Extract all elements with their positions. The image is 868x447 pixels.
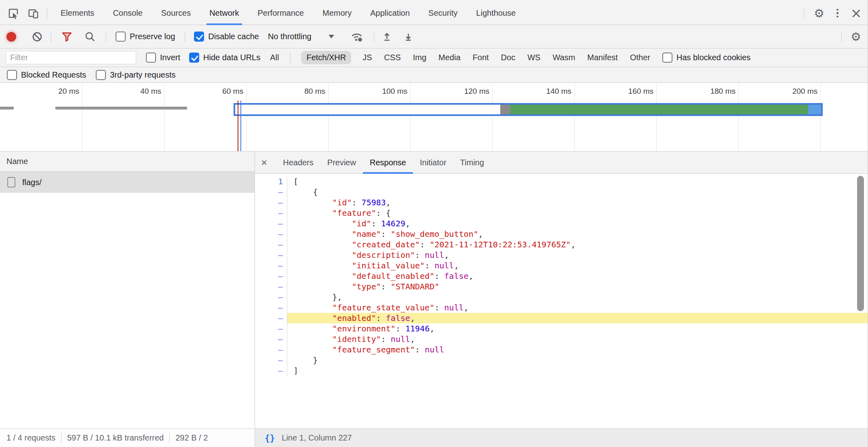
request-row-flags[interactable]: flags/ xyxy=(0,172,255,193)
detail-tab-response[interactable]: Response xyxy=(363,152,413,174)
line-number: – xyxy=(255,260,287,271)
detail-tab-initiator[interactable]: Initiator xyxy=(413,152,453,174)
checkbox-checked[interactable] xyxy=(194,32,204,42)
type-filter-ws[interactable]: WS xyxy=(527,51,541,64)
inspect-element-icon[interactable] xyxy=(6,6,20,20)
line-number: – xyxy=(255,292,287,302)
tick-label: 140 ms xyxy=(527,87,571,96)
line-number: – xyxy=(255,313,287,323)
type-filter-img[interactable]: Img xyxy=(412,51,427,64)
more-options-icon[interactable] xyxy=(834,6,841,20)
extra-filter-bar: Blocked Requests 3rd-party requests xyxy=(0,67,868,83)
chevron-down-icon xyxy=(329,35,334,38)
type-filter-doc[interactable]: Doc xyxy=(500,51,516,64)
response-lines: 1[– {– "id": 75983,– "feature": {– "id":… xyxy=(255,176,868,376)
filter-funnel-icon[interactable] xyxy=(61,31,73,42)
code-line: – "id": 75983, xyxy=(255,197,868,208)
type-filter-wasm[interactable]: Wasm xyxy=(552,51,576,64)
tab-sources[interactable]: Sources xyxy=(152,2,200,25)
detail-tab-headers[interactable]: Headers xyxy=(276,152,320,174)
line-number: – xyxy=(255,334,287,344)
code-line: – "description": null, xyxy=(255,250,868,260)
throttling-select[interactable]: No throttling xyxy=(268,32,334,41)
type-filter-css[interactable]: CSS xyxy=(383,51,402,64)
tab-security[interactable]: Security xyxy=(419,2,467,25)
close-detail-icon[interactable]: × xyxy=(261,157,267,168)
invert-checkbox[interactable]: Invert xyxy=(146,53,180,63)
tab-lighthouse[interactable]: Lighthouse xyxy=(467,2,525,25)
search-icon[interactable] xyxy=(84,31,96,42)
tab-performance[interactable]: Performance xyxy=(249,2,314,25)
checkbox-checked[interactable] xyxy=(189,53,199,63)
overview-request-bar xyxy=(0,107,14,110)
line-number: – xyxy=(255,208,287,218)
file-icon xyxy=(7,177,15,188)
tab-network[interactable]: Network xyxy=(200,2,248,25)
name-column-header[interactable]: Name xyxy=(0,152,255,172)
disable-cache-checkbox[interactable]: Disable cache xyxy=(194,32,259,42)
divider xyxy=(61,433,61,443)
export-har-icon[interactable] xyxy=(403,31,414,42)
request-detail-pane: × HeadersPreviewResponseInitiatorTiming … xyxy=(255,152,868,428)
tab-application[interactable]: Application xyxy=(361,2,419,25)
tick-label: 120 ms xyxy=(445,87,489,96)
tab-memory[interactable]: Memory xyxy=(313,2,361,25)
divider xyxy=(374,31,374,42)
load-event-marker xyxy=(238,101,238,151)
blocked-requests-checkbox[interactable]: Blocked Requests xyxy=(7,70,86,80)
checkbox-unchecked[interactable] xyxy=(116,32,126,42)
type-filter-other[interactable]: Other xyxy=(629,51,651,64)
code-line: –] xyxy=(255,365,868,376)
vertical-scrollbar[interactable] xyxy=(857,176,864,311)
overview-timeline[interactable]: 20 ms40 ms60 ms80 ms100 ms120 ms140 ms16… xyxy=(0,83,868,152)
clear-network-log-icon[interactable] xyxy=(32,31,43,42)
tick-label: 80 ms xyxy=(281,87,325,96)
settings-gear-icon[interactable]: ⚙ xyxy=(814,6,824,20)
pretty-print-icon[interactable]: {} xyxy=(265,433,275,443)
resource-type-list: AllFetch/XHRJSCSSImgMediaFontDocWSWasmMa… xyxy=(269,51,651,64)
type-filter-font[interactable]: Font xyxy=(472,51,490,64)
hide-data-urls-checkbox[interactable]: Hide data URLs xyxy=(189,53,260,63)
third-party-requests-label: 3rd-party requests xyxy=(110,70,175,80)
divider xyxy=(106,31,106,42)
type-filter-manifest[interactable]: Manifest xyxy=(586,51,619,64)
has-blocked-cookies-checkbox[interactable]: Has blocked cookies xyxy=(662,53,750,63)
network-settings-gear-icon[interactable]: ⚙ xyxy=(851,30,861,44)
type-filter-fetch-xhr[interactable]: Fetch/XHR xyxy=(301,51,351,64)
line-number: – xyxy=(255,323,287,334)
detail-tab-timing[interactable]: Timing xyxy=(453,152,491,174)
type-filter-js[interactable]: JS xyxy=(362,51,373,64)
divider xyxy=(169,433,170,443)
main-tab-list: ElementsConsoleSourcesNetworkPerformance… xyxy=(51,2,525,25)
type-filter-media[interactable]: Media xyxy=(438,51,461,64)
status-bar: 1 / 4 requests597 B / 10.1 kB transferre… xyxy=(0,428,868,447)
network-conditions-icon[interactable] xyxy=(350,30,364,43)
tab-elements[interactable]: Elements xyxy=(51,2,103,25)
close-devtools-icon[interactable]: × xyxy=(851,8,862,19)
filter-input[interactable] xyxy=(6,51,136,64)
checkbox-unchecked[interactable] xyxy=(7,70,17,80)
line-number: – xyxy=(255,271,287,281)
code-line: – "type": "STANDARD" xyxy=(255,281,868,292)
type-filter-all[interactable]: All xyxy=(269,51,280,64)
third-party-requests-checkbox[interactable]: 3rd-party requests xyxy=(96,70,175,80)
record-network-log-icon[interactable] xyxy=(6,32,16,42)
line-number: 1 xyxy=(255,176,287,187)
checkbox-unchecked[interactable] xyxy=(146,53,156,63)
divider xyxy=(841,31,842,42)
disable-cache-label: Disable cache xyxy=(208,32,259,41)
preserve-log-checkbox[interactable]: Preserve log xyxy=(116,32,175,42)
checkbox-unchecked[interactable] xyxy=(662,53,672,63)
filter-bar: Invert Hide data URLs AllFetch/XHRJSCSSI… xyxy=(0,48,868,67)
divider xyxy=(185,31,185,42)
gridline xyxy=(492,83,493,151)
code-line: – } xyxy=(255,355,868,365)
checkbox-unchecked[interactable] xyxy=(96,70,106,80)
detail-tab-preview[interactable]: Preview xyxy=(320,152,363,174)
divider xyxy=(47,8,47,19)
divider xyxy=(51,31,51,42)
device-toolbar-icon[interactable] xyxy=(27,6,40,20)
tab-console[interactable]: Console xyxy=(103,2,152,25)
line-number: – xyxy=(255,365,287,376)
import-har-icon[interactable] xyxy=(381,31,392,42)
